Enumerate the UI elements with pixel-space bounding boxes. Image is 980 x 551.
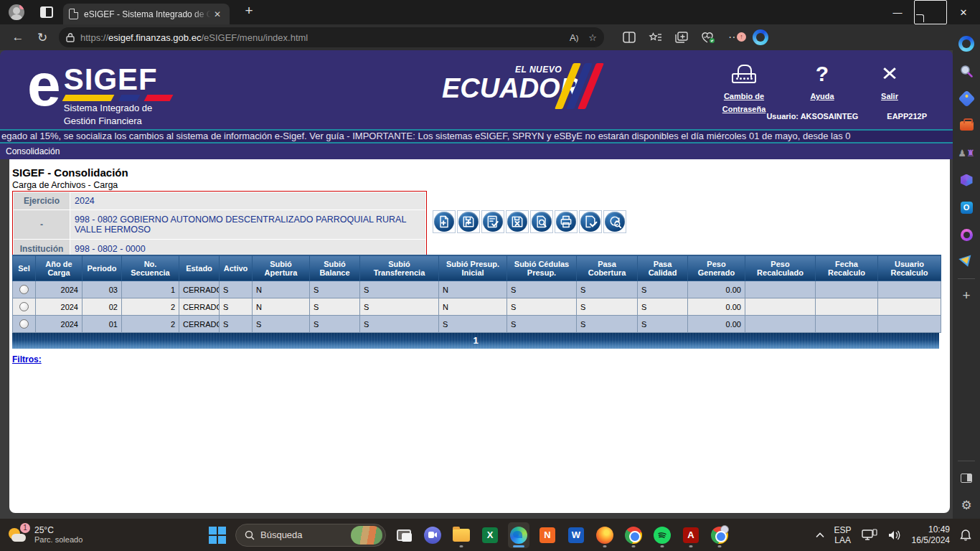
sidebar-item-designer[interactable] (956, 221, 977, 248)
table-cell: 02 (83, 298, 122, 316)
lock-icon (66, 32, 75, 42)
favorite-star-icon[interactable]: ☆ (588, 32, 597, 43)
column-header: Subió Balance (310, 255, 360, 281)
table-cell: 2024 (36, 298, 83, 316)
collections-icon[interactable] (675, 32, 688, 43)
back-button[interactable]: ← (6, 30, 30, 44)
browser-tab[interactable]: eSIGEF - Sistema Integrado de G ✕ (63, 4, 230, 24)
new-tab-button[interactable]: + (240, 3, 258, 19)
save-add-button[interactable] (457, 210, 480, 233)
table-row: 2024012CERRADOSSSSSSSS0.00 (13, 316, 941, 333)
table-cell: S (360, 316, 439, 333)
column-header: Peso Recalculado (745, 255, 816, 281)
help-icon: ? (802, 59, 842, 86)
table-cell: S (360, 298, 439, 316)
start-button[interactable] (207, 522, 228, 548)
search-highlight-image[interactable] (351, 526, 382, 545)
new-document-button[interactable] (433, 210, 456, 233)
sidebar-settings-button[interactable]: ⚙ (956, 491, 977, 519)
volume-icon[interactable] (887, 529, 902, 541)
taskbar-app-file-explorer[interactable] (451, 522, 472, 548)
print-button[interactable] (555, 210, 578, 233)
taskbar-app-spotify[interactable] (651, 522, 673, 548)
logo-tagline-1: Sistema Integrado de (64, 103, 153, 113)
clock[interactable]: 10:4916/5/2024 (912, 524, 950, 546)
taskbar-app-chrome[interactable] (623, 522, 644, 548)
sidebar-item-toolbox[interactable] (956, 112, 977, 139)
sidebar-item-shopping[interactable] (956, 85, 977, 112)
change-password-link[interactable]: Cambio de Contraseña (713, 59, 775, 115)
browser-navbar: ← ↻ https://esigef.finanzas.gob.ec/eSIGE… (0, 24, 953, 50)
close-button[interactable]: ✕ (947, 0, 980, 24)
notification-bell-icon[interactable] (960, 529, 971, 542)
taskbar-app-excel[interactable]: X (479, 522, 501, 548)
table-cell: S (507, 281, 577, 298)
weather-temp: 25°C (34, 525, 83, 535)
help-link[interactable]: ? Ayuda (802, 59, 842, 115)
language-indicator[interactable]: ESPLAA (834, 525, 852, 545)
table-cell: N (439, 298, 507, 316)
tray-chevron-icon[interactable] (816, 532, 824, 538)
taskbar-app-acrobat[interactable]: A (680, 522, 702, 548)
filters-link[interactable]: Filtros: (12, 354, 42, 364)
row-select-radio[interactable] (19, 319, 29, 329)
address-bar[interactable]: https://esigef.finanzas.gob.ec/eSIGEF/me… (59, 27, 604, 47)
network-icon[interactable] (862, 529, 877, 542)
refresh-button[interactable]: ↻ (30, 30, 55, 45)
taskbar-app-firefox[interactable] (594, 522, 616, 548)
form-check-button[interactable] (481, 210, 504, 233)
minimize-button[interactable]: — (881, 0, 914, 24)
sidebar-item-games[interactable]: ♟♜ (956, 139, 977, 166)
browser-essentials-icon[interactable] (701, 32, 715, 44)
sidebar-add-button[interactable]: + (956, 282, 977, 309)
table-cell: 0.00 (688, 316, 745, 333)
split-screen-icon[interactable] (623, 32, 636, 43)
taskbar-app-task-view[interactable] (393, 522, 415, 548)
table-cell (745, 298, 816, 316)
page-subtitle: Carga de Archivos - Carga (12, 180, 118, 190)
copilot-icon (958, 36, 974, 52)
running-indicator (460, 545, 463, 547)
workspaces-icon[interactable] (40, 6, 53, 18)
favorites-icon[interactable] (649, 32, 662, 44)
row-select-radio[interactable] (19, 302, 29, 311)
sidebar-divider (958, 461, 975, 461)
read-aloud-icon[interactable]: A) (570, 32, 578, 43)
taskbar-app-word[interactable]: W (565, 522, 587, 548)
more-menu-icon[interactable]: ···↑ (728, 31, 740, 44)
approve-document-button[interactable] (579, 210, 602, 233)
terminal-label: EAPP212P (887, 112, 927, 121)
search-document-button[interactable] (530, 210, 553, 233)
sidebar-item-search[interactable] (956, 57, 977, 85)
refresh-search-button[interactable] (603, 210, 626, 233)
table-cell (816, 281, 878, 298)
weather-badge: 1 (20, 523, 30, 533)
tab-close-icon[interactable]: ✕ (211, 8, 224, 21)
profile-avatar-icon[interactable] (9, 4, 24, 20)
sidebar-item-drop[interactable] (956, 248, 977, 276)
taskbar-app-chrome-profile[interactable] (709, 522, 730, 548)
copilot-icon[interactable] (753, 29, 768, 45)
taskbar-app-nitro-pdf[interactable]: N (537, 522, 558, 548)
row-select-radio[interactable] (19, 285, 29, 294)
taskbar-app-chat[interactable] (422, 522, 443, 548)
table-row: 2024031CERRADOSNSSNSSS0.00 (13, 281, 941, 298)
taskbar-app-edge[interactable] (508, 522, 529, 548)
panel-icon (961, 474, 972, 483)
sidebar-item-outlook[interactable]: O (956, 194, 977, 221)
weather-widget[interactable]: 1 25°C Parc. soleado (7, 525, 151, 545)
table-cell: N (439, 281, 507, 298)
screen: eSIGEF - Sistema Integrado de G ✕ + — ✕ … (0, 0, 980, 551)
pagination-bar[interactable]: 1 (12, 333, 939, 349)
file-explorer-icon (453, 529, 470, 542)
sidebar-item-microsoft-365[interactable] (956, 166, 977, 194)
task-view-icon (397, 529, 411, 541)
restore-button[interactable] (914, 0, 947, 24)
save-delete-button[interactable] (506, 210, 529, 233)
sidebar-panel-toggle[interactable] (956, 464, 977, 491)
edge-sidebar: ♟♜O + ⚙ (953, 24, 980, 519)
taskbar-search[interactable]: Búsqueda (235, 524, 386, 547)
esigef-logo: e SIGEF Sistema Integrado de Gestión Fin… (27, 56, 171, 127)
exit-link[interactable]: ✕ Salir (870, 59, 910, 115)
sidebar-item-copilot[interactable] (956, 30, 977, 57)
